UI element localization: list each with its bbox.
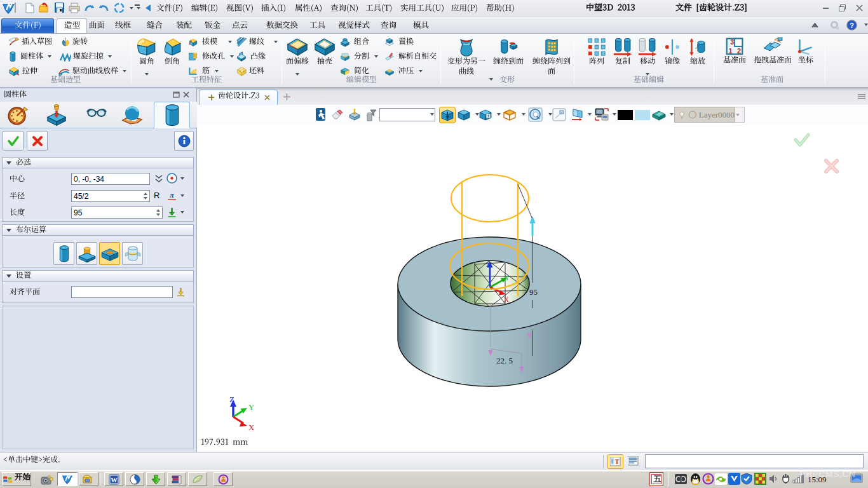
svg-text:3: 3	[730, 38, 734, 46]
svg-text:Y: Y	[505, 274, 510, 281]
svg-text:95: 95	[529, 287, 538, 297]
svg-text:T: T	[615, 458, 620, 465]
svg-text:π: π	[170, 191, 174, 200]
svg-text:X: X	[248, 423, 255, 432]
svg-text:2: 2	[737, 47, 741, 55]
svg-text:1: 1	[728, 47, 732, 55]
svg-text:X: X	[504, 295, 509, 303]
svg-text:W: W	[111, 476, 118, 483]
svg-text:Z: Z	[486, 261, 491, 268]
svg-text:Y: Y	[248, 402, 255, 412]
svg-text:22. 5: 22. 5	[496, 356, 513, 365]
svg-text:?: ?	[850, 22, 854, 29]
svg-text:Z: Z	[229, 395, 234, 404]
